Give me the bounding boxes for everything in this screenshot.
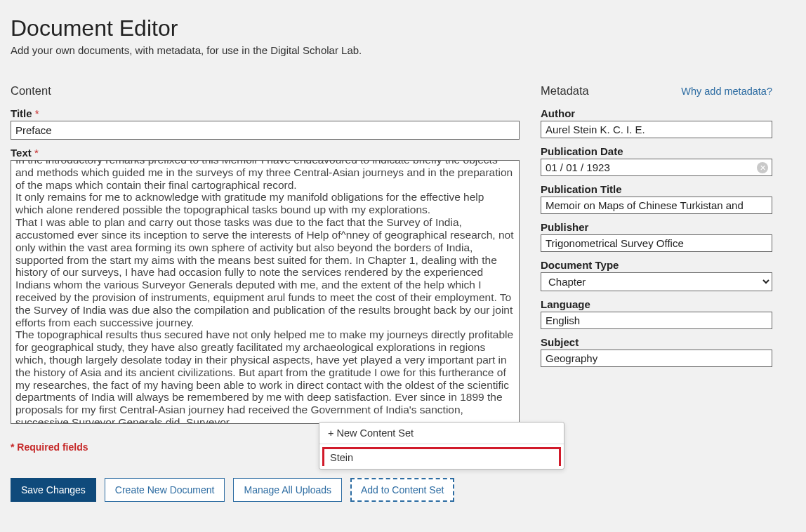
content-set-popover: + New Content Set Stein (319, 422, 564, 470)
document-type-label: Document Type (541, 259, 772, 271)
new-content-set-option[interactable]: + New Content Set (319, 423, 564, 444)
author-input[interactable] (541, 121, 772, 138)
content-set-option-stein[interactable]: Stein (322, 447, 561, 466)
clear-date-icon[interactable]: ✕ (757, 162, 768, 173)
save-changes-button[interactable]: Save Changes (11, 478, 96, 502)
text-label: Text * (11, 147, 520, 159)
manage-all-uploads-button[interactable]: Manage All Uploads (233, 478, 342, 502)
button-row: Save Changes Create New Document Manage … (11, 478, 520, 502)
publication-date-input[interactable] (541, 159, 772, 176)
add-to-content-set-button[interactable]: Add to Content Set (350, 478, 454, 502)
subject-input[interactable] (541, 350, 772, 367)
publication-title-label: Publication Title (541, 183, 772, 195)
document-type-select[interactable]: Chapter (541, 272, 772, 291)
metadata-section-label: Metadata (541, 84, 589, 98)
create-new-document-button[interactable]: Create New Document (105, 478, 225, 502)
why-add-metadata-link[interactable]: Why add metadata? (681, 86, 772, 97)
text-field-block: Text * (11, 147, 520, 426)
title-input[interactable] (11, 121, 520, 140)
content-section-label: Content (11, 84, 520, 98)
language-input[interactable] (541, 312, 772, 329)
publication-date-label: Publication Date (541, 145, 772, 157)
title-field-block: Title * (11, 107, 520, 140)
publication-title-input[interactable] (541, 197, 772, 214)
text-input[interactable] (11, 160, 520, 424)
publisher-label: Publisher (541, 221, 772, 233)
page-subtitle: Add your own documents, with metadata, f… (11, 44, 806, 56)
title-label: Title * (11, 107, 520, 119)
metadata-column: Metadata Why add metadata? Author Public… (541, 84, 772, 502)
subject-label: Subject (541, 336, 772, 348)
author-label: Author (541, 107, 772, 119)
publisher-input[interactable] (541, 234, 772, 252)
language-label: Language (541, 298, 772, 310)
page-title: Document Editor (11, 15, 806, 41)
